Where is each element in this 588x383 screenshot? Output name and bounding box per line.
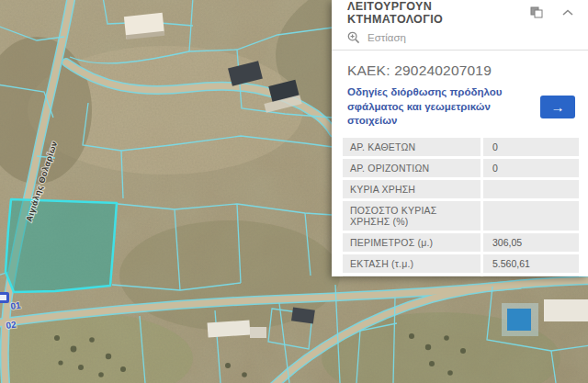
table-row: ΑΡ. ΚΑΘΕΤΩΝ 0: [343, 138, 579, 156]
map-poi-icon: [0, 292, 9, 303]
collapse-chevron-icon[interactable]: [560, 7, 575, 18]
error-correction-row: Οδηγίες διόρθωσης πρόδηλου σφάλματος και…: [332, 85, 588, 129]
row-value: 306,05: [483, 233, 579, 252]
row-label: ΚΥΡΙΑ ΧΡΗΣΗ: [343, 180, 481, 198]
arrow-forward-button[interactable]: →: [540, 96, 575, 118]
table-row: ΚΥΡΙΑ ΧΡΗΣΗ: [343, 180, 579, 198]
view-info-link[interactable]: Προβολή: [483, 276, 579, 276]
selected-parcel[interactable]: [6, 199, 117, 292]
row-label: ΠΕΡΙΜΕΤΡΟΣ (μ.): [343, 233, 481, 252]
search-input[interactable]: [368, 32, 551, 43]
table-row: ΠΟΣΟΣΤΟ ΚΥΡΙΑΣ ΧΡΗΣΗΣ (%): [343, 201, 579, 231]
zoom-search-icon: [347, 31, 360, 44]
panel-header: ΛΕΙΤΟΥΡΓΟΥΝ ΚΤΗΜΑΤΟΛΟΓΙΟ: [332, 0, 588, 26]
table-row: ΠΛΗΡΟΦΟΡΙΕΣ Προβολή: [343, 276, 579, 276]
parcel-number-01: 01: [10, 299, 22, 311]
row-value: [483, 180, 579, 198]
row-value: 5.560,61: [483, 254, 579, 273]
search-bar: [332, 26, 588, 51]
parcel-info-panel: ΛΕΙΤΟΥΡΓΟΥΝ ΚΤΗΜΑΤΟΛΟΓΙΟ: [332, 0, 588, 276]
app-window: Αιγιάλης Θολαρίων 01 02 ΛΕΙΤΟΥΡΓΟΥΝ ΚΤΗΜ…: [0, 0, 588, 383]
row-label: ΕΚΤΑΣΗ (τ.μ.): [343, 254, 481, 273]
row-label: ΠΛΗΡΟΦΟΡΙΕΣ: [343, 276, 481, 276]
row-label: ΑΡ. ΟΡΙΖΟΝΤΙΩΝ: [343, 159, 481, 177]
table-row: ΠΕΡΙΜΕΤΡΟΣ (μ.) 306,05: [343, 233, 579, 252]
table-row: ΕΚΤΑΣΗ (τ.μ.) 5.560,61: [343, 254, 579, 273]
row-value: 0: [483, 159, 579, 177]
parcel-number-02: 02: [6, 319, 17, 331]
row-label: ΑΡ. ΚΑΘΕΤΩΝ: [343, 138, 481, 156]
row-value: [483, 201, 579, 231]
kaek-heading: ΚΑΕΚ: 290240207019: [347, 62, 572, 79]
row-label: ΠΟΣΟΣΤΟ ΚΥΡΙΑΣ ΧΡΗΣΗΣ (%): [343, 201, 481, 231]
copy-icon[interactable]: [528, 5, 546, 21]
attribute-table: ΑΡ. ΚΑΘΕΤΩΝ 0 ΑΡ. ΟΡΙΖΟΝΤΙΩΝ 0 ΚΥΡΙΑ ΧΡΗ…: [343, 138, 579, 276]
row-value: 0: [483, 138, 579, 156]
panel-title: ΛΕΙΤΟΥΡΓΟΥΝ ΚΤΗΜΑΤΟΛΟΓΙΟ: [347, 0, 528, 26]
table-row: ΑΡ. ΟΡΙΖΟΝΤΙΩΝ 0: [343, 159, 579, 177]
error-correction-link[interactable]: Οδηγίες διόρθωσης πρόδηλου σφάλματος και…: [347, 85, 531, 129]
